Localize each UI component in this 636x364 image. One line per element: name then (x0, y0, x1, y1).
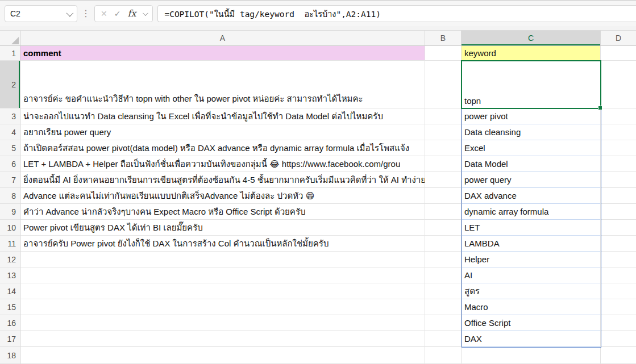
cell-D7[interactable] (601, 172, 636, 188)
cell-A5[interactable]: ถ้าเปิดคอร์สสอน power pivot(data model) … (20, 140, 425, 156)
cell-B9[interactable] (425, 204, 462, 220)
cell-A15[interactable] (20, 299, 425, 315)
cell-C6[interactable]: Data Model (462, 156, 601, 172)
chevron-down-icon[interactable] (66, 9, 74, 16)
cell-A3[interactable]: น่าจะออกไปแนวทำ Data cleansing ใน Excel … (20, 108, 425, 124)
cell-D18[interactable] (601, 347, 636, 364)
cell-A16[interactable] (20, 315, 425, 331)
cell-B10[interactable] (425, 220, 462, 236)
formula-chevron-down-icon[interactable] (143, 10, 148, 16)
cell-D17[interactable] (601, 331, 636, 347)
cell-A2[interactable]: อาจารย์ค่ะ ขอคำแนะนำวิธีทำ topn with oth… (20, 61, 425, 108)
cell-B16[interactable] (425, 315, 462, 331)
cell-C3[interactable]: power pivot (462, 108, 601, 124)
cell-B5[interactable] (425, 140, 462, 156)
row-header-8[interactable]: 8 (0, 188, 20, 204)
cell-B7[interactable] (425, 172, 462, 188)
more-options-icon[interactable]: ⋮ (81, 9, 90, 18)
cell-C11[interactable]: LAMBDA (462, 236, 601, 252)
insert-function-icon[interactable]: fx (127, 9, 136, 18)
row-header-1[interactable]: 1 (0, 46, 20, 61)
cell-D1[interactable] (601, 46, 636, 61)
cell-C17[interactable]: DAX (462, 331, 601, 347)
cell-A6[interactable]: LET + LAMBDA + Helper ถือเป็นฟังก์ชั่นเพ… (20, 156, 425, 172)
cell-C18[interactable] (462, 347, 601, 364)
column-header-C[interactable]: C (462, 31, 601, 45)
cell-A4[interactable]: อยากเรียน power query (20, 124, 425, 140)
formula-bar[interactable]: =COPILOT("ในนี้มี tag/keyword อะไรบ้าง",… (157, 5, 636, 22)
column-header-B[interactable]: B (425, 31, 462, 45)
cell-A12[interactable] (20, 252, 425, 267)
cell-D6[interactable] (601, 156, 636, 172)
cell-C10[interactable]: LET (462, 220, 601, 236)
cell-C5[interactable]: Excel (462, 140, 601, 156)
cell-A9[interactable]: คำว่า Advance น่ากลัวจริงๆบางคน Expect M… (20, 204, 425, 220)
cell-B11[interactable] (425, 236, 462, 252)
select-all-corner[interactable] (0, 31, 20, 45)
cell-B15[interactable] (425, 299, 462, 315)
name-box[interactable]: C2 (5, 5, 77, 22)
row-header-3[interactable]: 3 (0, 108, 20, 124)
column-header-D[interactable]: D (601, 31, 636, 45)
cell-C4[interactable]: Data cleansing (462, 124, 601, 140)
cell-D14[interactable] (601, 283, 636, 299)
cell-B2[interactable] (425, 61, 462, 108)
row-header-15[interactable]: 15 (0, 299, 20, 315)
cell-C9[interactable]: dynamic array formula (462, 204, 601, 220)
cell-B18[interactable] (425, 347, 462, 364)
cell-A13[interactable] (20, 267, 425, 283)
cell-B1[interactable] (425, 46, 462, 61)
cell-D13[interactable] (601, 267, 636, 283)
cell-A14[interactable] (20, 283, 425, 299)
cell-D16[interactable] (601, 315, 636, 331)
cell-B3[interactable] (425, 108, 462, 124)
row-header-4[interactable]: 4 (0, 124, 20, 140)
row-header-11[interactable]: 11 (0, 236, 20, 252)
row-header-12[interactable]: 12 (0, 252, 20, 267)
column-header-A[interactable]: A (20, 31, 425, 45)
cancel-icon[interactable]: ✕ (101, 9, 107, 18)
cell-B14[interactable] (425, 283, 462, 299)
row-header-16[interactable]: 16 (0, 315, 20, 331)
cell-B13[interactable] (425, 267, 462, 283)
cell-B4[interactable] (425, 124, 462, 140)
cell-A1[interactable]: comment (20, 46, 425, 61)
row-header-6[interactable]: 6 (0, 156, 20, 172)
cell-C12[interactable]: Helper (462, 252, 601, 267)
row-header-5[interactable]: 5 (0, 140, 20, 156)
row-header-18[interactable]: 18 (0, 347, 20, 364)
cell-C14[interactable]: สูตร (462, 283, 601, 299)
cell-B17[interactable] (425, 331, 462, 347)
row-header-7[interactable]: 7 (0, 172, 20, 188)
cell-A18[interactable] (20, 347, 425, 364)
cell-D4[interactable] (601, 124, 636, 140)
cell-B6[interactable] (425, 156, 462, 172)
cell-D15[interactable] (601, 299, 636, 315)
cell-B8[interactable] (425, 188, 462, 204)
row-header-10[interactable]: 10 (0, 220, 20, 236)
cell-A10[interactable]: Power pivot เขียนสูตร DAX ได้เท่า BI เลย… (20, 220, 425, 236)
cell-D3[interactable] (601, 108, 636, 124)
enter-icon[interactable]: ✓ (114, 9, 121, 18)
cell-D10[interactable] (601, 220, 636, 236)
cell-D2[interactable] (601, 61, 636, 108)
row-header-13[interactable]: 13 (0, 267, 20, 283)
cell-C1[interactable]: keyword (462, 46, 601, 61)
cell-C15[interactable]: Macro (462, 299, 601, 315)
cell-A8[interactable]: Advance แต่ละคนไม่เท่ากันพอเรียนแบบปกติเ… (20, 188, 425, 204)
cell-B12[interactable] (425, 252, 462, 267)
cell-C2[interactable]: topn (462, 61, 601, 108)
cell-C13[interactable]: AI (462, 267, 601, 283)
cell-A7[interactable]: ยิ่งตอนนี้มี AI ยิ่งหาคนอยากเรียนการเขีย… (20, 172, 425, 188)
row-header-17[interactable]: 17 (0, 331, 20, 347)
cell-D5[interactable] (601, 140, 636, 156)
cell-D12[interactable] (601, 252, 636, 267)
row-header-2[interactable]: 2 (0, 61, 20, 108)
cell-D8[interactable] (601, 188, 636, 204)
row-header-14[interactable]: 14 (0, 283, 20, 299)
row-header-9[interactable]: 9 (0, 204, 20, 220)
cell-C16[interactable]: Office Script (462, 315, 601, 331)
cell-C7[interactable]: power query (462, 172, 601, 188)
cell-A11[interactable]: อาจารย์ครับ Power pivot ยังไงก็ใช้ DAX ใ… (20, 236, 425, 252)
cell-A17[interactable] (20, 331, 425, 347)
